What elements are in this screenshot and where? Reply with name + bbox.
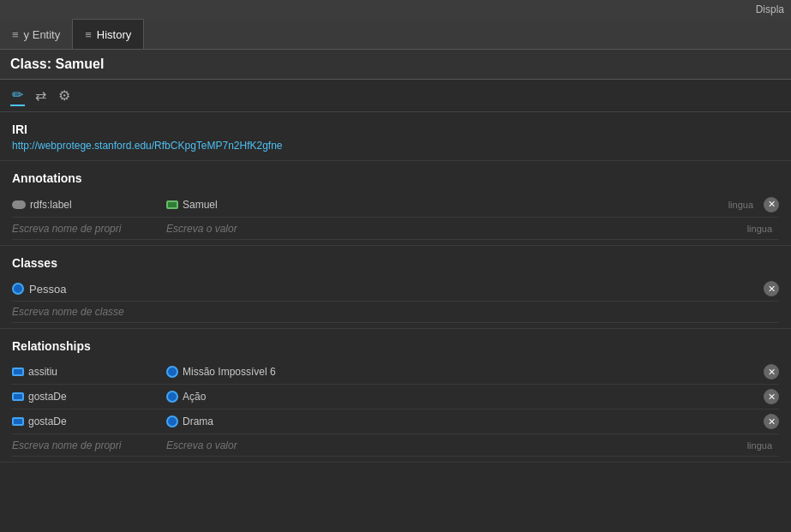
rel-prop-input-field[interactable] <box>12 439 166 451</box>
rel-prop-icon-1 <box>12 368 24 376</box>
rel-input-row: lingua <box>12 434 779 457</box>
rel-value-input-field[interactable] <box>166 439 747 451</box>
remove-rel-3-button[interactable]: ✕ <box>764 414 779 429</box>
rel-value-2: Ação <box>166 391 760 403</box>
rel-value-3: Drama <box>166 415 760 427</box>
input-lang-label: lingua <box>747 224 779 234</box>
relationships-title: Relationships <box>12 339 779 353</box>
top-bar: Displa <box>0 0 791 19</box>
page-title: Class: Samuel <box>0 50 791 80</box>
rel-value-icon-3 <box>166 415 178 427</box>
remove-rel-1-button[interactable]: ✕ <box>764 364 779 380</box>
entity-tab-label: y Entity <box>24 28 61 41</box>
rel-prop-icon-3 <box>12 417 24 426</box>
iri-label: IRI <box>12 123 779 136</box>
entity-tab-icon: ≡ <box>12 28 19 41</box>
rel-prop-1: assitiu <box>12 366 166 378</box>
history-tab-label: History <box>97 28 131 41</box>
rel-prop-3: gostaDe <box>12 415 166 427</box>
rel-value-input[interactable] <box>166 439 747 451</box>
iri-value[interactable]: http://webprotege.stanford.edu/RfbCKpgTe… <box>12 140 779 152</box>
rel-row-2: gostaDe Ação ✕ <box>12 385 779 409</box>
classes-title: Classes <box>12 256 779 270</box>
relationships-section: Relationships assitiu Missão Impossível … <box>0 329 791 463</box>
annotations-title: Annotations <box>12 171 779 185</box>
class-input-row <box>12 302 779 323</box>
value-input-field[interactable] <box>166 223 747 235</box>
class-name: Pessoa <box>12 283 760 296</box>
annotation-row: rdfs:label Samuel lingua ✕ <box>12 192 779 218</box>
tab-entity[interactable]: ≡ y Entity <box>0 19 73 49</box>
class-label: Pessoa <box>29 283 66 296</box>
rel-prop-label-2: gostaDe <box>28 391 67 403</box>
rel-prop-label-3: gostaDe <box>28 415 67 427</box>
remove-rel-2-button[interactable]: ✕ <box>764 389 779 404</box>
rel-prop-input[interactable] <box>12 439 166 451</box>
annotation-value-input[interactable] <box>166 222 747 235</box>
rel-value-icon-2 <box>166 391 178 403</box>
annotation-prop-input[interactable] <box>12 222 166 235</box>
main-content: IRI http://webprotege.stanford.edu/RfbCK… <box>0 112 791 528</box>
prop-link-icon <box>12 200 26 209</box>
rel-input-lang-label: lingua <box>747 440 779 451</box>
display-label: Displa <box>756 3 784 15</box>
rel-value-label-1: Missão Impossível 6 <box>183 366 276 378</box>
value-entity-icon <box>166 200 178 209</box>
annotation-prop: rdfs:label <box>12 199 166 211</box>
rel-value-label-3: Drama <box>183 415 213 427</box>
tab-bar: ≡ y Entity ≡ History <box>0 19 791 50</box>
rel-value-label-2: Ação <box>183 391 206 403</box>
settings-button[interactable]: ⚙ <box>57 86 72 105</box>
tab-history[interactable]: ≡ History <box>73 19 144 49</box>
class-row: Pessoa ✕ <box>12 277 779 302</box>
annotation-value: Samuel <box>166 199 728 211</box>
rel-prop-label-1: assitiu <box>28 366 57 378</box>
remove-annotation-button[interactable]: ✕ <box>764 197 779 212</box>
history-tab-icon: ≡ <box>85 28 92 41</box>
rel-prop-icon-2 <box>12 392 24 401</box>
rel-value-1: Missão Impossível 6 <box>166 366 760 378</box>
remove-class-button[interactable]: ✕ <box>764 281 779 296</box>
rel-prop-2: gostaDe <box>12 391 166 403</box>
classes-section: Classes Pessoa ✕ <box>0 246 791 329</box>
iri-section: IRI http://webprotege.stanford.edu/RfbCK… <box>0 112 791 161</box>
annotation-prop-label: rdfs:label <box>30 199 72 211</box>
edit-button[interactable]: ✏ <box>10 85 25 106</box>
prop-input-field[interactable] <box>12 223 166 235</box>
merge-button[interactable]: ⇄ <box>33 86 48 105</box>
annotations-section: Annotations rdfs:label Samuel lingua ✕ l… <box>0 161 791 246</box>
rel-row-3: gostaDe Drama ✕ <box>12 409 779 434</box>
annotation-lang: lingua <box>728 200 760 210</box>
class-circle-icon <box>12 283 24 295</box>
class-input-field[interactable] <box>12 306 779 318</box>
annotation-value-label: Samuel <box>183 199 218 211</box>
toolbar: ✏ ⇄ ⚙ <box>0 80 791 112</box>
rel-row-1: assitiu Missão Impossível 6 ✕ <box>12 360 779 385</box>
annotation-input-row: lingua <box>12 218 779 240</box>
rel-value-icon-1 <box>166 366 178 378</box>
